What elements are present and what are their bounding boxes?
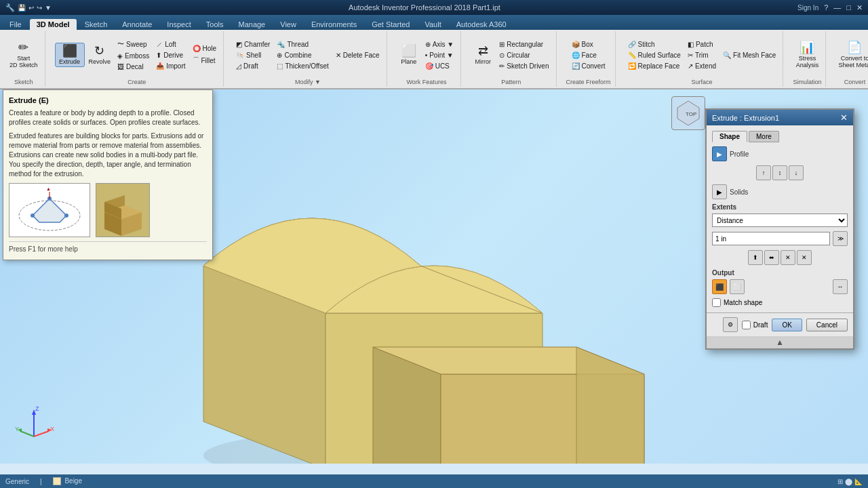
tab-sketch[interactable]: Sketch: [78, 19, 115, 30]
status-icons: ⊞ ⬤ 📐: [837, 478, 863, 485]
extents-type-row: Distance To Next Through All To Between: [712, 214, 848, 227]
profile-label: Profile: [730, 150, 764, 158]
workfeatures-group-label: Work Features: [407, 77, 447, 85]
loft-btn[interactable]: ⟋ Loft: [153, 39, 188, 49]
plane-btn[interactable]: ⬜ Plane: [397, 43, 421, 66]
nav-cube[interactable]: TOP: [671, 96, 705, 130]
extents-dir-1[interactable]: ⬆: [748, 250, 763, 265]
qat-redo[interactable]: ↪: [37, 4, 42, 12]
extrude-label: Extrude: [59, 58, 80, 65]
tab-3dmodel[interactable]: 3D Model: [30, 19, 77, 30]
sweep-btn[interactable]: 〜 Sweep: [115, 38, 152, 50]
decal-btn[interactable]: 🖼 Decal: [115, 62, 152, 72]
tab-autodesk360[interactable]: Autodesk A360: [450, 19, 513, 30]
combine-label: Combine: [284, 52, 311, 59]
profile-selector-icon[interactable]: ▶: [712, 146, 727, 161]
patch-btn[interactable]: ◧ Patch: [685, 39, 719, 49]
dir-btn-1[interactable]: ↑: [756, 165, 771, 180]
rectangular-btn[interactable]: ⊞ Rectangular: [496, 39, 551, 49]
thicken-btn[interactable]: ⬚ Thicken/Offset: [274, 61, 331, 71]
color-swatch[interactable]: [53, 477, 61, 485]
output-solid-btn[interactable]: ⬛: [712, 279, 727, 294]
convert-btn[interactable]: 🔄 Convert: [569, 61, 608, 71]
box-btn[interactable]: 📦 Box: [569, 39, 608, 49]
qat-undo[interactable]: ↩: [28, 4, 34, 12]
shell-btn[interactable]: 🐚 Shell: [233, 50, 273, 60]
tab-manage[interactable]: Manage: [231, 19, 272, 30]
extents-dir-3[interactable]: ✕: [781, 250, 795, 265]
ucs-btn[interactable]: 🎯 UCS: [422, 61, 457, 71]
replaceface-btn[interactable]: 🔁 Replace Face: [625, 61, 684, 71]
draft-checkbox[interactable]: [742, 321, 751, 329]
start-2d-sketch-btn[interactable]: ✏ Start2D Sketch: [7, 40, 41, 70]
ribbon-group-convert: 📄 Convert toSheet Metal Convert: [831, 31, 868, 87]
extents-dir-2[interactable]: ⬌: [764, 250, 779, 265]
fitmesh-btn[interactable]: 🔍 Fit Mesh Face: [720, 50, 778, 60]
maximize-btn[interactable]: □: [846, 3, 851, 12]
tab-annotate[interactable]: Annotate: [115, 19, 159, 30]
extrude-btn[interactable]: ⬛ Extrude: [55, 43, 85, 67]
deleteface-btn[interactable]: ✕ Delete Face: [333, 50, 382, 60]
extrude-settings-btn[interactable]: ⚙: [723, 317, 738, 332]
import-btn[interactable]: 📥 Import: [153, 61, 188, 71]
distance-more-btn[interactable]: ≫: [833, 231, 848, 246]
thread-label: Thread: [287, 41, 309, 48]
title-bar-left: 🔧 💾 ↩ ↪ ▼: [5, 3, 52, 12]
box-icon: 📦: [572, 41, 580, 48]
cancel-button[interactable]: Cancel: [806, 319, 848, 331]
tab-getstarted[interactable]: Get Started: [365, 19, 416, 30]
tab-file[interactable]: File: [3, 19, 28, 30]
extents-type-select[interactable]: Distance To Next Through All To Between: [712, 214, 848, 227]
extents-dir-4[interactable]: ✕: [797, 250, 812, 265]
dir-btn-3[interactable]: ↓: [789, 165, 804, 180]
output-surface-btn[interactable]: ⬜: [730, 279, 745, 294]
tab-inspect[interactable]: Inspect: [160, 19, 197, 30]
emboss-btn[interactable]: ◈ Emboss: [115, 51, 152, 61]
extrude-dialog-footer: ⚙ Draft OK Cancel: [707, 312, 853, 336]
tab-environments[interactable]: Environments: [304, 19, 363, 30]
close-btn[interactable]: ✕: [856, 3, 863, 12]
match-shape-checkbox[interactable]: [712, 298, 721, 307]
tab-vault[interactable]: Vault: [418, 19, 448, 30]
draft-btn[interactable]: ◿ Draft: [233, 61, 273, 71]
surface-col: 🔗 Stitch 📏 Ruled Surface 🔁 Replace Face: [625, 39, 684, 71]
extrude-tab-shape[interactable]: Shape: [712, 131, 747, 142]
extrude-tab-more[interactable]: More: [749, 131, 779, 142]
help-icon[interactable]: ?: [824, 3, 828, 12]
thread-btn[interactable]: 🔩 Thread: [274, 39, 331, 49]
minimize-btn[interactable]: —: [833, 3, 841, 12]
output-extra-btn[interactable]: ↔: [833, 279, 848, 294]
chamfer-btn[interactable]: ◩ Chamfer: [233, 39, 273, 49]
tab-tools[interactable]: Tools: [199, 19, 231, 30]
solids-selector-icon[interactable]: ▶: [712, 184, 727, 199]
dir-btn-2[interactable]: ↕: [772, 165, 787, 180]
sign-in-link[interactable]: Sign In: [797, 4, 818, 12]
combine-btn[interactable]: ⊕ Combine: [274, 50, 331, 60]
fillet-btn[interactable]: ⌒ Fillet: [190, 54, 220, 66]
ruledsurf-btn[interactable]: 📏 Ruled Surface: [625, 50, 684, 60]
hole-btn[interactable]: ⭕ Hole: [190, 43, 220, 54]
stitch-btn[interactable]: 🔗 Stitch: [625, 39, 684, 49]
ok-button[interactable]: OK: [772, 319, 802, 331]
freeform-group-label: Create Freeform: [566, 77, 611, 85]
modify-expand-icon[interactable]: ▼: [315, 79, 321, 85]
sketch-icon: ✏: [18, 41, 28, 54]
convert-sheetmetal-btn[interactable]: 📄 Convert toSheet Metal: [835, 40, 868, 70]
revolve-btn[interactable]: ↻ Revolve: [86, 43, 114, 66]
axis-btn[interactable]: ⊕ Axis ▼: [422, 39, 457, 49]
sketchdriven-btn[interactable]: ✏ Sketch Driven: [496, 61, 551, 71]
trim-btn[interactable]: ✂ Trim: [685, 50, 719, 60]
circular-btn[interactable]: ⊙ Circular: [496, 50, 551, 60]
mirror-btn[interactable]: ⇄ Mirror: [471, 43, 495, 66]
distance-input[interactable]: [712, 232, 830, 245]
point-btn[interactable]: • Point ▼: [422, 50, 457, 60]
qat-more[interactable]: ▼: [45, 4, 52, 12]
ribbon-group-freeform: 📦 Box 🌐 Face 🔄 Convert Create Freeform: [562, 31, 616, 87]
extrude-close-btn[interactable]: ✕: [840, 113, 848, 123]
face-btn[interactable]: 🌐 Face: [569, 50, 608, 60]
tab-view[interactable]: View: [273, 19, 303, 30]
extend-btn[interactable]: ↗ Extend: [685, 61, 719, 71]
qat-save[interactable]: 💾: [18, 4, 26, 12]
derive-btn[interactable]: ⬆ Derive: [153, 50, 188, 60]
stress-analysis-btn[interactable]: 📊 StressAnalysis: [793, 40, 822, 70]
